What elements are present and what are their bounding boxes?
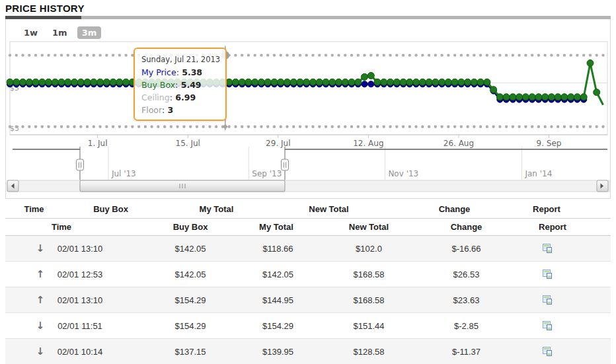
floor-point (596, 126, 598, 128)
floor-point (447, 126, 449, 128)
report-icon[interactable] (542, 295, 553, 305)
ceiling-point (453, 54, 456, 56)
cell-report[interactable] (514, 339, 611, 364)
cell-new-total: $168.58 (319, 262, 418, 287)
ceiling-point (79, 54, 82, 56)
floor-point (408, 126, 411, 128)
series-point (535, 94, 542, 100)
ceiling-point (582, 54, 585, 56)
floor-point (389, 126, 391, 128)
floor-point (131, 126, 134, 128)
ceiling-point (241, 54, 243, 56)
floor-point (357, 126, 360, 128)
ceiling-point (440, 54, 443, 56)
series-point (432, 79, 439, 85)
series-point (226, 79, 233, 85)
header-inner-time: Time (52, 219, 137, 235)
cell-my-total: $154.29 (243, 313, 319, 338)
floor-point (363, 126, 366, 128)
floor-point (73, 126, 75, 128)
series-point (406, 79, 413, 85)
ceiling-point (596, 54, 598, 56)
floor-point (550, 126, 553, 128)
range-button-3m[interactable]: 3m (77, 26, 102, 39)
floor-point (350, 126, 353, 128)
series-point (451, 79, 458, 85)
series-point (91, 79, 97, 85)
ceiling-point (402, 54, 404, 56)
navigator-handle-right[interactable] (282, 159, 289, 170)
floor-point (460, 126, 463, 128)
report-icon[interactable] (542, 346, 553, 357)
floor-point (453, 126, 456, 128)
series-point (522, 94, 529, 100)
report-icon[interactable] (542, 269, 553, 279)
floor-point (486, 126, 488, 128)
series-point (393, 79, 400, 85)
series-point (348, 79, 355, 85)
floor-point (9, 126, 11, 128)
cell-new-total: $168.58 (319, 287, 418, 312)
cell-change: $-2.85 (418, 313, 514, 338)
navigator-handle-left[interactable] (76, 159, 83, 170)
floor-series[interactable] (9, 126, 605, 128)
header-inner-buy-box: Buy Box (137, 219, 243, 235)
table-row: ↓02/01 13:10$142.05$118.66$102.0$-16.66 (5, 236, 611, 262)
floor-point (311, 126, 314, 128)
ceiling-point (498, 54, 501, 56)
series-point (477, 79, 484, 85)
ceiling-point (28, 54, 30, 56)
ceiling-point (234, 54, 237, 56)
scrollbar-thumb[interactable] (80, 180, 285, 192)
ceiling-point (21, 54, 24, 56)
report-icon[interactable] (542, 243, 553, 254)
report-icon[interactable] (542, 320, 553, 331)
ceiling-series[interactable] (9, 54, 605, 56)
cell-new-total: $128.58 (319, 339, 418, 364)
ceiling-point (589, 54, 592, 56)
header-outer-change: Change (383, 200, 525, 218)
ceiling-point (260, 54, 262, 56)
floor-point (318, 126, 321, 128)
series-point (580, 94, 587, 100)
ceiling-point (337, 54, 340, 56)
cell-time: 02/01 12:53 (52, 262, 137, 287)
tooltip-row: Buy Box: 5.49 (141, 79, 219, 91)
scrollbar-right-button[interactable] (597, 180, 608, 192)
floor-point (505, 126, 508, 128)
cell-report[interactable] (514, 287, 611, 312)
series-point (367, 73, 374, 79)
series-point (297, 79, 303, 85)
ceiling-point (86, 54, 89, 56)
floor-point (247, 126, 250, 128)
header-inner-new-total: New Total (319, 219, 418, 235)
series-point (574, 94, 580, 100)
cell-report[interactable] (514, 313, 611, 338)
buy-box-series[interactable] (7, 60, 603, 105)
price-chart[interactable]: $5$31. Jul15. Jul29. Jul12. Aug26. Aug9.… (6, 19, 610, 198)
series-point (374, 79, 381, 85)
cell-report[interactable] (514, 262, 611, 287)
series-point (355, 79, 362, 85)
range-button-1w[interactable]: 1w (19, 26, 42, 39)
floor-point (112, 126, 114, 128)
x-tick-label: 9. Sep (537, 139, 562, 148)
floor-point (170, 126, 173, 128)
ceiling-point (531, 54, 533, 56)
navigator-month-label: Sep '13 (252, 169, 282, 178)
floor-point (34, 126, 37, 128)
table-row: ↑02/01 12:53$142.05$142.05$168.58$26.53 (5, 262, 611, 287)
ceiling-point (376, 54, 379, 56)
floor-point (376, 126, 379, 128)
cell-report[interactable] (514, 236, 611, 261)
ceiling-point (112, 54, 114, 56)
cell-buy-box: $154.29 (137, 287, 243, 312)
scrollbar-left-button[interactable] (7, 180, 19, 192)
floor-point (137, 126, 140, 128)
ceiling-point (473, 54, 475, 56)
ceiling-point (492, 54, 494, 56)
price-down-arrow-icon: ↓ (5, 313, 52, 338)
range-button-1m[interactable]: 1m (48, 26, 72, 39)
price-down-arrow-icon: ↓ (5, 236, 52, 261)
cell-my-total: $142.05 (243, 262, 319, 287)
